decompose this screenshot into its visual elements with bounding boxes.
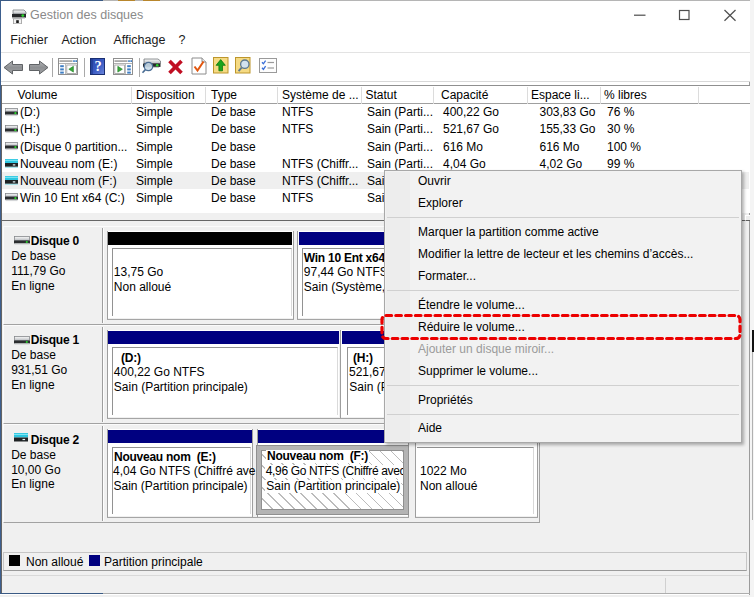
- svg-text:?: ?: [94, 58, 101, 74]
